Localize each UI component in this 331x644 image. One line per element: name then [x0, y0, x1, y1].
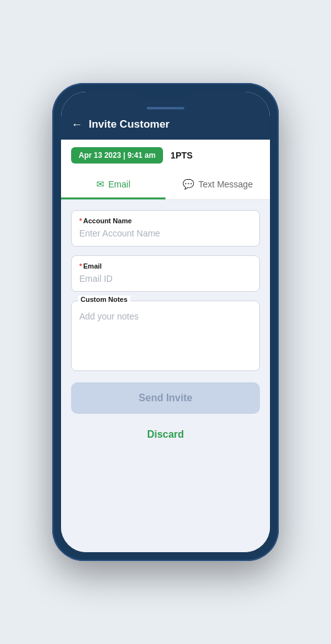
email-field: * Email [71, 255, 260, 292]
email-icon: ✉ [96, 179, 104, 190]
custom-notes-label: Custom Notes [78, 296, 130, 303]
tab-bar: ✉ Email 💬 Text Message [61, 171, 270, 200]
required-marker: * [79, 217, 82, 225]
send-invite-button[interactable]: Send Invite [71, 382, 260, 414]
account-name-input[interactable] [79, 227, 252, 240]
email-input[interactable] [79, 272, 252, 285]
required-marker: * [79, 262, 82, 270]
tab-email-label: Email [108, 179, 130, 189]
points-label: 1PTS [171, 150, 193, 160]
date-bar: Apr 13 2023 | 9:41 am 1PTS [61, 140, 270, 171]
discard-button[interactable]: Discard [71, 423, 260, 447]
phone-notch [140, 92, 191, 99]
email-label: * Email [79, 262, 252, 270]
account-name-label: * Account Name [79, 217, 252, 225]
back-button[interactable]: ← [71, 119, 82, 130]
text-message-icon: 💬 [182, 179, 194, 190]
date-badge: Apr 13 2023 | 9:41 am [71, 147, 163, 164]
tab-email[interactable]: ✉ Email [61, 171, 166, 199]
phone-screen: ← Invite Customer Apr 13 2023 | 9:41 am … [61, 92, 270, 552]
content-area: Apr 13 2023 | 9:41 am 1PTS ✉ Email 💬 Tex… [61, 140, 270, 552]
custom-notes-field: Custom Notes [71, 301, 260, 371]
app-header: ← Invite Customer [61, 112, 270, 140]
notch-indicator [147, 107, 184, 109]
page-title: Invite Customer [89, 118, 169, 131]
tab-text-message[interactable]: 💬 Text Message [166, 171, 270, 199]
phone-shell: ← Invite Customer Apr 13 2023 | 9:41 am … [52, 83, 279, 561]
account-name-field: * Account Name [71, 210, 260, 247]
form: * Account Name * Email Custom Notes [61, 200, 270, 457]
tab-text-message-label: Text Message [198, 179, 252, 189]
custom-notes-input[interactable] [79, 311, 252, 362]
